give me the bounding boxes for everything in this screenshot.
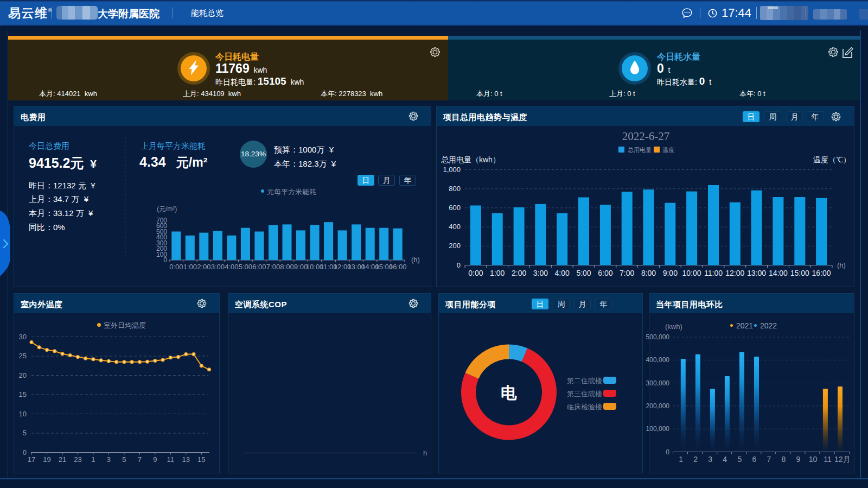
svg-text:600: 600 <box>449 204 461 212</box>
svg-text:500,000: 500,000 <box>646 333 670 341</box>
svg-text:25: 25 <box>19 352 27 360</box>
svg-text:电: 电 <box>501 384 517 402</box>
svg-text:4:00: 4:00 <box>225 263 238 271</box>
svg-text:20: 20 <box>19 371 27 379</box>
svg-text:0:00: 0:00 <box>169 263 183 271</box>
svg-text:10: 10 <box>809 455 818 464</box>
svg-text:5: 5 <box>737 455 742 464</box>
svg-text:30: 30 <box>19 333 27 341</box>
svg-text:8: 8 <box>782 455 786 464</box>
svg-text:12:00: 12:00 <box>725 269 744 277</box>
svg-text:13: 13 <box>182 455 190 464</box>
svg-text:5: 5 <box>122 455 126 464</box>
svg-text:15: 15 <box>197 455 205 464</box>
svg-text:3:00: 3:00 <box>533 269 548 277</box>
svg-text:0: 0 <box>23 448 27 457</box>
svg-text:11: 11 <box>167 455 175 464</box>
svg-text:8:00: 8:00 <box>641 269 656 277</box>
svg-text:2: 2 <box>693 455 698 464</box>
svg-text:10: 10 <box>19 410 27 418</box>
svg-text:8:00: 8:00 <box>280 263 293 271</box>
svg-text:4: 4 <box>723 455 727 464</box>
svg-text:23: 23 <box>74 455 81 464</box>
svg-text:1: 1 <box>91 455 95 464</box>
svg-text:400: 400 <box>449 223 461 231</box>
svg-text:0: 0 <box>457 261 461 269</box>
svg-text:1: 1 <box>679 455 683 464</box>
svg-text:3:00: 3:00 <box>211 263 225 271</box>
svg-text:7:00: 7:00 <box>620 269 634 277</box>
svg-text:13:00: 13:00 <box>747 269 766 277</box>
svg-text:7: 7 <box>138 455 142 464</box>
svg-text:0:00: 0:00 <box>468 269 483 277</box>
svg-text:200: 200 <box>449 242 461 250</box>
svg-text:5:00: 5:00 <box>239 263 252 271</box>
svg-text:1,000: 1,000 <box>443 166 461 174</box>
svg-text:11:00: 11:00 <box>704 269 723 277</box>
svg-text:3: 3 <box>107 455 111 464</box>
svg-text:19: 19 <box>43 455 50 464</box>
svg-text:1:00: 1:00 <box>183 263 197 271</box>
svg-text:16:00: 16:00 <box>812 269 831 277</box>
svg-text:5: 5 <box>23 429 27 437</box>
svg-text:10:00: 10:00 <box>682 269 701 277</box>
svg-text:2:00: 2:00 <box>512 269 526 277</box>
svg-text:6:00: 6:00 <box>598 269 612 277</box>
svg-text:15:00: 15:00 <box>790 269 809 277</box>
svg-text:300,000: 300,000 <box>646 379 670 387</box>
svg-text:(h): (h) <box>411 256 420 264</box>
svg-text:1:00: 1:00 <box>490 269 505 277</box>
svg-text:9: 9 <box>796 455 801 464</box>
svg-text:7:00: 7:00 <box>266 263 280 271</box>
svg-text:9:00: 9:00 <box>663 269 678 277</box>
svg-text:2:00: 2:00 <box>197 263 210 271</box>
svg-text:9: 9 <box>153 455 157 464</box>
svg-text:3: 3 <box>708 455 712 464</box>
svg-text:5:00: 5:00 <box>576 269 591 277</box>
svg-text:6:00: 6:00 <box>252 263 266 271</box>
svg-text:6: 6 <box>752 455 756 464</box>
svg-text:7: 7 <box>767 455 771 464</box>
svg-text:100,000: 100,000 <box>646 425 670 433</box>
svg-text:15: 15 <box>19 390 27 398</box>
svg-text:11: 11 <box>824 455 832 464</box>
svg-text:200,000: 200,000 <box>646 402 670 410</box>
svg-text:21: 21 <box>59 455 66 464</box>
svg-text:14:00: 14:00 <box>769 269 788 277</box>
svg-text:800: 800 <box>449 185 461 193</box>
svg-text:0: 0 <box>163 256 167 264</box>
svg-text:400,000: 400,000 <box>646 356 670 364</box>
svg-text:17: 17 <box>28 455 35 464</box>
svg-text:4:00: 4:00 <box>555 269 570 277</box>
svg-text:0: 0 <box>666 448 669 456</box>
svg-text:12月: 12月 <box>834 455 851 464</box>
svg-text:16:00: 16:00 <box>389 263 407 271</box>
svg-text:(h): (h) <box>837 261 846 269</box>
